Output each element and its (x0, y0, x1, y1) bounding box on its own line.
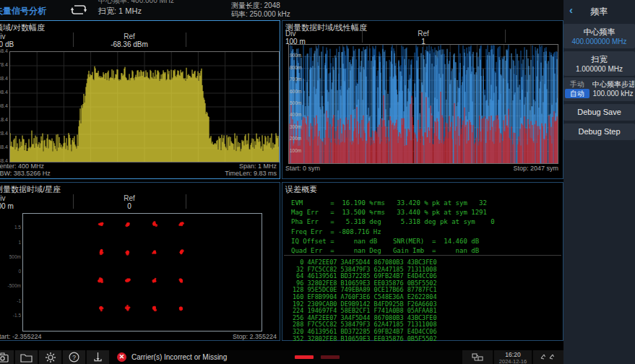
constellation-plot (22, 213, 262, 332)
error-summary-line: IQ Offset = nan dB SNR(MER) = 14.460 dB (291, 237, 495, 246)
auto-option-selected[interactable]: 自动 (565, 89, 589, 98)
y-axis-label: -1 (17, 298, 21, 303)
y-axis-label: 800m (290, 65, 301, 70)
page-indicator-inactive (321, 355, 340, 359)
y-axis-label: 200m (290, 136, 301, 141)
help-icon[interactable]: ? (63, 350, 85, 364)
y-axis-label: -138.4 (0, 144, 8, 150)
y-axis-label: 0 (18, 269, 21, 274)
y-axis-label: -500m (8, 283, 21, 288)
debug-save-label: Debug Save (563, 108, 635, 116)
span-value: 1.000000 MHz (563, 65, 635, 73)
clock: 16:20 2024-12-16 (494, 350, 532, 364)
y-axis-label: -88.4 (0, 76, 8, 81)
spectrum-trace (9, 51, 280, 162)
ref-label: Ref (79, 32, 180, 40)
demod-bits-hex-dump: 0 4AF2EE07 3A4F5D44 867080B3 43BC3FE0 32… (293, 259, 437, 342)
error-summary-line: Mag Err = 13.500 %rms 33.440 % pk at sym… (291, 208, 495, 217)
header-divider (186, 32, 186, 47)
center-frequency-label: 中心频率 (563, 27, 635, 38)
screenshot-icon[interactable] (0, 350, 14, 364)
center-readout: Center: 400 MHz (0, 162, 44, 170)
start-readout: Start: -2.355224 (0, 333, 42, 340)
date-text: 2024-12-16 (494, 358, 532, 364)
usb-icon[interactable] (87, 350, 109, 364)
y-axis-label: 1.5 (14, 225, 21, 230)
debug-save-button[interactable]: Debug Save (563, 104, 635, 121)
y-axis-label: 600m (290, 89, 301, 94)
sidebar-header: ‹ 频率 (563, 0, 635, 22)
span-button[interactable]: 扫宽 1.000000 MHz (563, 51, 635, 76)
cf-step-button[interactable]: 手动 自动 中心频率步进 100.000 kHz (563, 77, 635, 101)
manual-option[interactable]: 手动 (563, 79, 591, 90)
folder-icon[interactable] (15, 350, 38, 364)
y-axis-label: -1.5 (13, 313, 21, 318)
error-summary-title: 误差概要 (285, 184, 317, 195)
y-axis-label: 100m (290, 148, 301, 153)
center-frequency-value: 400.000000 MHz (563, 38, 635, 46)
y-axis-label: 300m (290, 124, 301, 129)
span-readout: 扫宽: 1 MHz (98, 6, 142, 17)
y-axis-label: -108.4 (0, 103, 8, 108)
header-divider (73, 194, 74, 209)
page-indicator-active (295, 355, 314, 359)
ref-label: Ref (79, 194, 180, 202)
error-summary-panel[interactable]: 误差概要 EVM = 16.190 %rms 33.420 % pk at sy… (282, 182, 563, 341)
rbw-readout: RBW: 383.5266 Hz (0, 170, 51, 177)
spectrum-y-axis: -68.4-78.4-88.4-98.4-108.4-118.4-128.4-1… (0, 21, 8, 180)
center-frequency-button[interactable]: 中心频率 400.000000 MHz (563, 24, 635, 48)
span-label: 扫宽 (563, 54, 635, 65)
y-axis-label: 700m (290, 77, 301, 82)
stop-readout: Stop: 2047 sym (513, 165, 558, 172)
y-axis-label: -118.4 (0, 117, 8, 122)
constellation-panel[interactable]: 测量数据时域/星座 Div 500 m Ref 0 1.51500m0-500m… (0, 182, 280, 341)
y-axis-label: 900m (290, 53, 301, 58)
header-divider (186, 194, 186, 209)
timelen-readout: TimeLen: 9.83 ms (225, 170, 277, 177)
span-readout: Span: 1 MHz (239, 162, 277, 170)
instrument-screen: 矢量信号分析 中心频率: 400.000 MHz 扫宽: 1 MHz 测量长度:… (0, 0, 635, 364)
settings-gear-icon[interactable] (39, 350, 61, 364)
debug-step-label: Debug Step (563, 127, 635, 136)
time-domain-trace (288, 44, 558, 164)
time-panel-title: 测量数据时域/线性幅度 (285, 22, 367, 33)
sidebar-title: 频率 (563, 6, 635, 18)
ref-label: Ref (369, 30, 478, 38)
error-summary-line: Freq Err = -808.716 Hz (291, 228, 495, 237)
y-axis-label: -68.4 (0, 48, 8, 53)
error-summary-line: Pha Err = 5.318 deg 5.318 deg pk at sym … (291, 217, 495, 227)
div-label: Div (285, 30, 295, 38)
separator (284, 255, 561, 256)
y-axis-label: -78.4 (0, 62, 8, 67)
time-text: 16:20 (494, 351, 532, 358)
header-divider (73, 32, 74, 47)
cf-step-value: 100.000 kHz (592, 90, 634, 98)
y-axis-label: 1 (18, 240, 21, 245)
stop-readout: Stop: 2.355224 (233, 333, 277, 340)
app-title: 矢量信号分析 (0, 5, 46, 17)
symbol-rate-readout: 码率: 250.000 kHz (231, 10, 290, 19)
svg-text:?: ? (72, 354, 76, 361)
ref-value: 0 (79, 202, 180, 210)
spectrum-panel[interactable]: 频域/对数幅度 Div 10 dB Ref -68.36 dBm -68.4-7… (0, 20, 280, 179)
y-axis-label: -128.4 (0, 131, 8, 136)
network-link-icon[interactable] (533, 350, 563, 364)
error-badge-icon[interactable]: ✕ (117, 352, 126, 362)
devices-icon[interactable] (462, 350, 493, 364)
y-axis-label: 500m (9, 254, 21, 259)
cf-step-label: 中心频率步进 (592, 79, 634, 90)
measurement-readouts: 测量长度: 2048 码率: 250.000 kHz (231, 1, 290, 19)
debug-step-button[interactable]: Debug Step (563, 124, 635, 140)
hex-row: 352 32802FE8 B10659E3 EE035876 0B5F5502 (293, 336, 437, 343)
y-axis-label: 500m (290, 100, 301, 105)
status-error-message[interactable]: Carrier(s) Incorrect or Missing (131, 353, 227, 361)
y-axis-label: 400m (290, 112, 301, 117)
start-readout: Start: 0 sym (285, 165, 320, 172)
constellation-y-axis: 1.51500m0-500m-1-1.5 (0, 183, 21, 342)
header-divider (362, 30, 363, 43)
center-frequency-readout: 中心频率: 400.000 MHz (98, 0, 174, 6)
ref-value: -68.36 dBm (79, 40, 180, 48)
time-domain-panel[interactable]: 测量数据时域/线性幅度 Div 100 m Ref 1 900m800m700m… (282, 20, 563, 179)
repeat-sweep-icon[interactable] (69, 3, 88, 17)
frequency-menu-sidebar: ‹ 频率 中心频率 400.000000 MHz 扫宽 1.000000 MHz… (563, 0, 635, 364)
